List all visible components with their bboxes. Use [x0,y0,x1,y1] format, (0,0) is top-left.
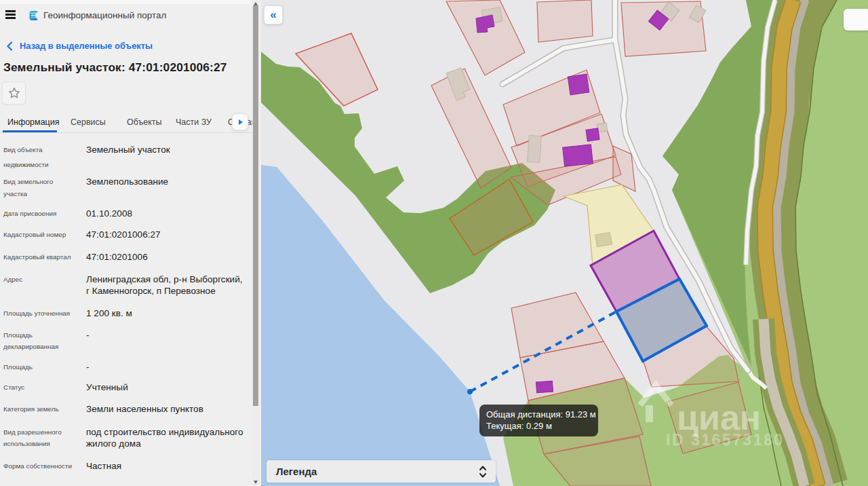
svg-text:ID 316573180: ID 316573180 [666,431,785,449]
